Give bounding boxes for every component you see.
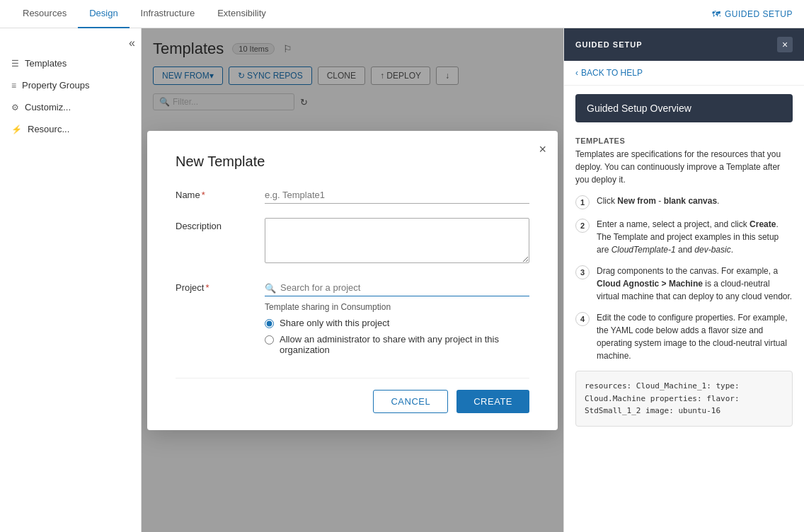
- panel-intro-text: Templates are specifications for the res…: [575, 148, 793, 186]
- map-icon: 🗺: [712, 9, 721, 19]
- main-layout: « ☰ Templates ≡ Property Groups ⚙ Custom…: [0, 28, 804, 532]
- step-1-text: Click New from - blank canvas.: [597, 195, 719, 209]
- step-4-text: Edit the code to configure properties. F…: [597, 311, 793, 362]
- description-row: Description: [176, 218, 529, 265]
- step-2-number: 2: [575, 219, 590, 233]
- project-search-input[interactable]: [265, 279, 529, 296]
- tab-design[interactable]: Design: [78, 0, 129, 28]
- sidebar: « ☰ Templates ≡ Property Groups ⚙ Custom…: [0, 28, 142, 532]
- templates-icon: ☰: [11, 59, 19, 69]
- project-row: Project* 🔍 Template sharing in Consumpti…: [176, 279, 529, 361]
- property-groups-icon: ≡: [11, 81, 16, 91]
- yaml-code-block: resources: Cloud_Machine_1: type: Cloud.…: [575, 371, 793, 427]
- right-panel: GUIDED SETUP × ‹ BACK TO HELP Guided Set…: [563, 28, 804, 532]
- sidebar-item-resources[interactable]: ⚡ Resourc...: [0, 118, 141, 140]
- name-label: Name*: [176, 187, 253, 200]
- panel-close-button[interactable]: ×: [777, 37, 793, 52]
- project-required-star: *: [205, 282, 209, 293]
- content-area: Templates 10 Items ⚐ NEW FROM▾ ↻ SYNC RE…: [142, 28, 563, 532]
- step-4: 4 Edit the code to configure properties.…: [575, 311, 793, 362]
- description-input-wrap: [265, 218, 529, 265]
- guided-setup-button[interactable]: 🗺 GUIDED SETUP: [712, 9, 793, 19]
- name-required-star: *: [202, 190, 205, 200]
- project-search-wrap: 🔍: [265, 279, 529, 296]
- tab-infrastructure[interactable]: Infrastructure: [130, 0, 207, 28]
- top-nav: Resources Design Infrastructure Extensib…: [0, 0, 804, 28]
- sharing-label: Template sharing in Consumption: [265, 302, 529, 312]
- description-label: Description: [176, 218, 253, 231]
- resources-icon: ⚡: [11, 125, 22, 134]
- step-1-number: 1: [575, 195, 590, 209]
- back-to-help-link[interactable]: ‹ BACK TO HELP: [564, 61, 804, 86]
- step-3: 3 Drag components to the canvas. For exa…: [575, 265, 793, 303]
- project-label: Project*: [176, 279, 253, 293]
- tab-extensibility[interactable]: Extensibility: [206, 0, 277, 28]
- modal-close-button[interactable]: ×: [539, 142, 546, 157]
- create-button[interactable]: CREATE: [456, 390, 529, 413]
- new-template-modal: × New Template Name* Description: [147, 131, 558, 430]
- radio-admin-share[interactable]: [265, 335, 274, 345]
- step-3-number: 3: [575, 265, 590, 279]
- sidebar-item-customize[interactable]: ⚙ Customiz...: [0, 96, 141, 118]
- step-1: 1 Click New from - blank canvas.: [575, 195, 793, 209]
- sidebar-item-property-groups[interactable]: ≡ Property Groups: [0, 74, 141, 96]
- panel-body: Templates are specifications for the res…: [564, 148, 804, 444]
- modal-footer: CANCEL CREATE: [176, 378, 529, 413]
- description-textarea[interactable]: [265, 218, 529, 263]
- step-2-text: Enter a name, select a project, and clic…: [597, 218, 793, 256]
- name-input-wrap: [265, 187, 529, 204]
- panel-header: GUIDED SETUP ×: [564, 28, 804, 61]
- step-3-text: Drag components to the canvas. For examp…: [597, 265, 793, 303]
- panel-section-title: TEMPLATES: [564, 131, 804, 148]
- radio-share-project[interactable]: [265, 319, 274, 328]
- radio-admin-share-label: Allow an administrator to share with any…: [280, 334, 529, 355]
- cancel-button[interactable]: CANCEL: [373, 390, 448, 413]
- modal-overlay: × New Template Name* Description: [142, 28, 563, 532]
- sharing-section: Template sharing in Consumption Share on…: [265, 302, 529, 355]
- step-2: 2 Enter a name, select a project, and cl…: [575, 218, 793, 256]
- customize-icon: ⚙: [11, 103, 19, 112]
- name-row: Name*: [176, 187, 529, 204]
- sidebar-item-templates[interactable]: ☰ Templates: [0, 52, 141, 74]
- collapse-button[interactable]: «: [129, 37, 135, 50]
- project-input-wrap: 🔍 Template sharing in Consumption Share …: [265, 279, 529, 361]
- overview-title-box: Guided Setup Overview: [575, 94, 793, 122]
- radio-row-admin-share: Allow an administrator to share with any…: [265, 334, 529, 355]
- radio-row-share-project: Share only with this project: [265, 318, 529, 328]
- modal-title: New Template: [176, 154, 529, 170]
- step-4-number: 4: [575, 312, 590, 326]
- name-input[interactable]: [265, 187, 529, 204]
- back-chevron-icon: ‹: [575, 68, 578, 78]
- radio-share-project-label: Share only with this project: [280, 318, 389, 328]
- tab-resources[interactable]: Resources: [11, 0, 78, 28]
